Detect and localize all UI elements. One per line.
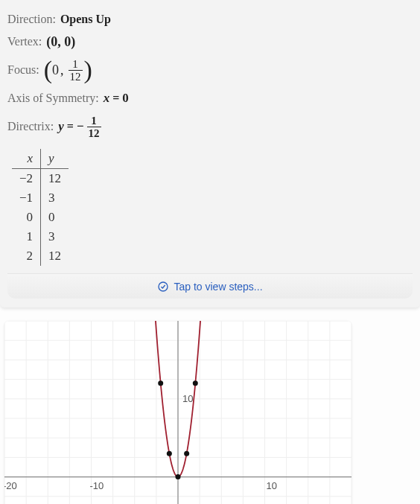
- direction-row: Direction: Opens Up: [7, 10, 413, 28]
- svg-point-36: [158, 380, 163, 386]
- svg-text:10: 10: [267, 480, 277, 491]
- table-cell-x: 0: [12, 208, 41, 227]
- graph-card[interactable]: -20-10102010: [4, 321, 351, 504]
- table-row: 212: [12, 246, 69, 266]
- values-table-body: −212−130013212: [12, 169, 69, 267]
- table-header-x: x: [12, 149, 41, 169]
- directrix-fraction: 1 12: [87, 115, 101, 139]
- paren-open-icon: (: [44, 57, 52, 83]
- check-circle-icon: [157, 281, 169, 293]
- focus-row: Focus: ( 0 , 1 12 ): [7, 55, 413, 85]
- table-row: −212: [12, 169, 69, 189]
- axis-val: 0: [122, 91, 129, 106]
- svg-point-0: [159, 282, 168, 291]
- table-header-y: y: [41, 149, 69, 169]
- directrix-sign: −: [77, 119, 84, 134]
- direction-value: Opens Up: [60, 13, 111, 26]
- focus-value: ( 0 , 1 12 ): [44, 57, 92, 83]
- table-row: 00: [12, 208, 69, 227]
- directrix-row: Directrix: y = − 1 12: [7, 112, 413, 141]
- view-steps-button[interactable]: Tap to view steps...: [7, 273, 413, 299]
- directrix-eq: =: [67, 120, 74, 133]
- graph-svg: -20-10102010: [4, 321, 351, 504]
- values-table: x y −212−130013212: [12, 149, 69, 266]
- svg-point-37: [167, 451, 172, 456]
- focus-fraction: 1 12: [69, 58, 83, 83]
- svg-text:-10: -10: [90, 480, 104, 491]
- axis-eq: =: [112, 92, 119, 105]
- svg-text:-20: -20: [4, 480, 17, 491]
- axis-row: Axis of Symmetry: x = 0: [7, 89, 413, 107]
- comma-icon: ,: [60, 63, 64, 78]
- paren-close-icon: ): [84, 57, 92, 83]
- focus-label: Focus:: [7, 63, 39, 77]
- svg-point-38: [176, 474, 181, 479]
- focus-frac-den: 12: [69, 71, 83, 83]
- svg-text:10: 10: [182, 393, 193, 404]
- focus-frac-num: 1: [71, 58, 80, 70]
- table-cell-x: −1: [12, 188, 41, 208]
- direction-label: Direction:: [7, 13, 56, 26]
- svg-point-39: [184, 451, 189, 456]
- directrix-label: Directrix:: [7, 120, 54, 133]
- directrix-var: y: [58, 119, 64, 134]
- table-cell-x: 2: [12, 246, 41, 266]
- table-row: −13: [12, 188, 69, 208]
- table-row: 13: [12, 227, 69, 246]
- table-cell-y: 0: [41, 208, 69, 227]
- directrix-frac-den: 12: [87, 127, 101, 139]
- vertex-label: Vertex:: [7, 35, 42, 48]
- table-cell-y: 3: [41, 188, 69, 208]
- table-cell-y: 3: [41, 227, 69, 246]
- svg-point-40: [193, 380, 198, 386]
- directrix-frac-num: 1: [89, 115, 98, 127]
- focus-x: 0: [52, 63, 59, 78]
- axis-var: x: [104, 91, 110, 106]
- view-steps-label: Tap to view steps...: [174, 281, 262, 293]
- vertex-row: Vertex: (0, 0): [7, 33, 413, 51]
- table-cell-y: 12: [41, 246, 69, 266]
- vertex-value: (0, 0): [46, 34, 75, 50]
- table-cell-y: 12: [41, 169, 69, 189]
- table-cell-x: −2: [12, 169, 41, 189]
- properties-card: Direction: Opens Up Vertex: (0, 0) Focus…: [0, 0, 420, 307]
- table-cell-x: 1: [12, 227, 41, 246]
- axis-label: Axis of Symmetry:: [7, 92, 99, 105]
